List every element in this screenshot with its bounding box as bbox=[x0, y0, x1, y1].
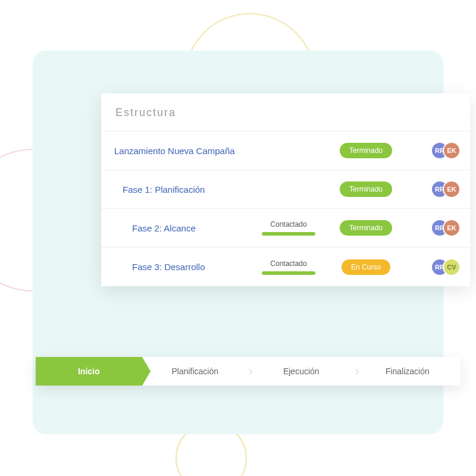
process-stepper: Inicio Planificación › Ejecución › Final… bbox=[36, 357, 461, 386]
chevron-right-icon: › bbox=[355, 364, 359, 379]
row-contact-cell: Contactado bbox=[250, 220, 327, 236]
table-row[interactable]: Lanzamiento Nueva Campaña Terminado RR E… bbox=[101, 131, 470, 170]
row-avatars: RR EK bbox=[405, 142, 461, 159]
contact-label: Contactado bbox=[270, 259, 306, 268]
row-avatars: RR EK bbox=[405, 180, 461, 198]
avatar[interactable]: EK bbox=[443, 142, 461, 159]
step-label: Inicio bbox=[78, 367, 100, 376]
step-inicio[interactable]: Inicio bbox=[36, 357, 142, 386]
contact-label: Contactado bbox=[270, 220, 306, 228]
progress-bar bbox=[262, 271, 315, 275]
row-contact-cell: Contactado bbox=[250, 259, 327, 275]
row-title-link[interactable]: Lanzamiento Nueva Campaña bbox=[101, 146, 250, 156]
step-ejecucion[interactable]: Ejecución › bbox=[248, 357, 355, 386]
table-row[interactable]: Fase 2: Alcance Contactado Terminado RR … bbox=[101, 209, 470, 248]
step-finalizacion[interactable]: Finalización › bbox=[355, 357, 461, 386]
table-row[interactable]: Fase 3: Desarrollo Contactado En Curso R… bbox=[101, 248, 470, 286]
row-title-link[interactable]: Fase 3: Desarrollo bbox=[101, 262, 250, 272]
row-title-link[interactable]: Fase 1: Planificación bbox=[101, 184, 250, 195]
row-status-cell: Terminado bbox=[327, 143, 405, 158]
status-badge: Terminado bbox=[340, 181, 392, 197]
step-label: Planificación bbox=[171, 367, 218, 376]
row-status-cell: Terminado bbox=[327, 220, 405, 236]
avatar[interactable]: CV bbox=[443, 258, 461, 276]
step-label: Finalización bbox=[386, 367, 430, 376]
status-badge: Terminado bbox=[340, 220, 392, 236]
structure-card: Estructura Lanzamiento Nueva Campaña Ter… bbox=[101, 93, 470, 286]
table-row[interactable]: Fase 1: Planificación Terminado RR EK bbox=[101, 170, 470, 209]
row-avatars: RR EK bbox=[405, 219, 461, 237]
step-planificacion[interactable]: Planificación › bbox=[142, 357, 249, 386]
card-header: Estructura bbox=[101, 93, 470, 131]
row-avatars: RR CV bbox=[405, 258, 461, 276]
row-title-link[interactable]: Fase 2: Alcance bbox=[101, 223, 250, 233]
row-status-cell: Terminado bbox=[327, 181, 405, 197]
avatar[interactable]: EK bbox=[443, 219, 461, 237]
status-badge: Terminado bbox=[340, 143, 392, 158]
avatar[interactable]: EK bbox=[443, 180, 461, 198]
status-badge: En Curso bbox=[342, 259, 390, 275]
row-status-cell: En Curso bbox=[327, 259, 405, 275]
chevron-right-icon: › bbox=[249, 364, 253, 379]
progress-bar bbox=[262, 232, 315, 236]
step-label: Ejecución bbox=[283, 367, 320, 376]
